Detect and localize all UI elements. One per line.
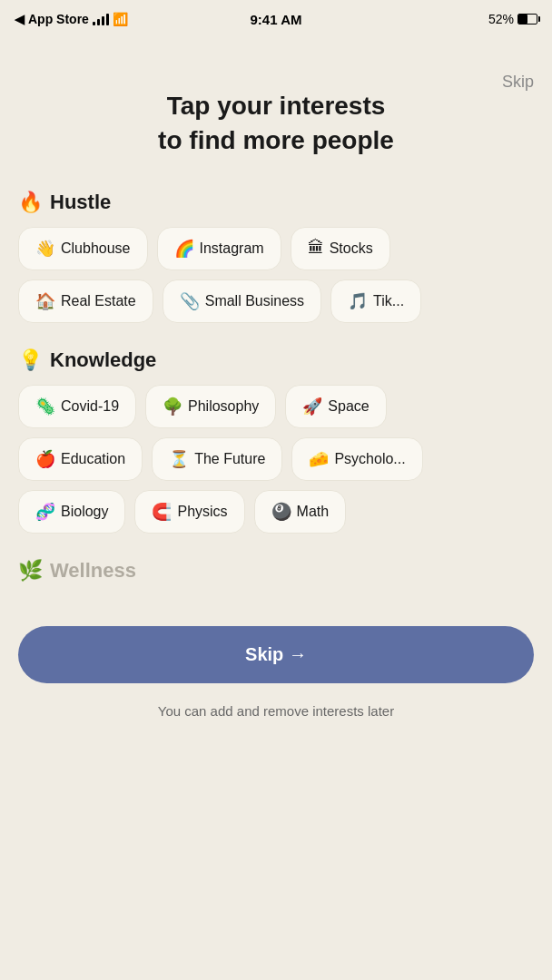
category-header-hustle: 🔥Hustle bbox=[18, 191, 534, 214]
signal-bars-icon bbox=[93, 14, 109, 25]
carrier-label: App Store bbox=[28, 12, 89, 26]
tag-label-Education: Education bbox=[61, 451, 125, 467]
tag-physics[interactable]: 🧲Physics bbox=[134, 490, 244, 534]
tag-emoji-Real Estate: 🏠 bbox=[35, 291, 55, 311]
main-content: Tap your intereststo find more people 🔥H… bbox=[0, 34, 552, 583]
tag-emoji-Covid-19: 🦠 bbox=[35, 397, 55, 416]
page-headline: Tap your intereststo find more people bbox=[18, 89, 534, 158]
status-left: ◀ App Store 📶 bbox=[15, 12, 128, 26]
tag-biology[interactable]: 🧬Biology bbox=[18, 490, 125, 534]
tag-the-future[interactable]: ⏳The Future bbox=[152, 437, 282, 481]
tag-label-Clubhouse: Clubhouse bbox=[61, 240, 131, 257]
category-emoji-hustle: 🔥 bbox=[18, 191, 43, 214]
tag-stocks[interactable]: 🏛Stocks bbox=[291, 227, 390, 270]
tag-label-Math: Math bbox=[297, 504, 330, 520]
tag-label-Tik...: Tik... bbox=[373, 293, 404, 309]
tags-row-knowledge-1: 🍎Education⏳The Future🧀Psycholo... bbox=[18, 437, 534, 481]
back-arrow-icon: ◀ bbox=[15, 12, 25, 26]
tag-label-Instagram: Instagram bbox=[200, 240, 264, 257]
status-right: 52% bbox=[488, 12, 537, 26]
tag-emoji-Instagram: 🌈 bbox=[174, 239, 194, 259]
tag-psycholo---[interactable]: 🧀Psycholo... bbox=[291, 437, 422, 481]
tag-clubhouse[interactable]: 👋Clubhouse bbox=[18, 227, 148, 270]
tag-emoji-Biology: 🧬 bbox=[35, 502, 55, 522]
tag-math[interactable]: 🎱Math bbox=[254, 490, 347, 534]
tag-label-Psycholo...: Psycholo... bbox=[334, 451, 405, 467]
battery-icon bbox=[518, 14, 537, 24]
tag-space[interactable]: 🚀Space bbox=[285, 385, 386, 428]
tag-philosophy[interactable]: 🌳Philosophy bbox=[145, 385, 276, 428]
status-time: 9:41 AM bbox=[251, 12, 302, 27]
tag-label-Philosophy: Philosophy bbox=[188, 398, 259, 415]
tag-real-estate[interactable]: 🏠Real Estate bbox=[18, 279, 153, 323]
tag-emoji-Physics: 🧲 bbox=[152, 502, 172, 522]
tag-instagram[interactable]: 🌈Instagram bbox=[157, 227, 281, 270]
tag-emoji-The Future: ⏳ bbox=[169, 449, 189, 469]
skip-top-button[interactable]: Skip bbox=[502, 73, 534, 92]
tag-covid-19[interactable]: 🦠Covid-19 bbox=[18, 385, 136, 428]
tag-small-business[interactable]: 📎Small Business bbox=[163, 279, 321, 323]
battery-percentage: 52% bbox=[488, 12, 514, 26]
category-hustle: 🔥Hustle👋Clubhouse🌈Instagram🏛Stocks🏠Real … bbox=[18, 191, 534, 323]
tag-label-Small Business: Small Business bbox=[205, 293, 304, 309]
tag-emoji-Space: 🚀 bbox=[302, 397, 322, 416]
tag-tik---[interactable]: 🎵Tik... bbox=[330, 279, 421, 323]
tag-label-Biology: Biology bbox=[61, 504, 108, 520]
tag-emoji-Stocks: 🏛 bbox=[308, 239, 324, 258]
tag-label-Covid-19: Covid-19 bbox=[61, 398, 119, 415]
categories-container: 🔥Hustle👋Clubhouse🌈Instagram🏛Stocks🏠Real … bbox=[18, 191, 534, 583]
category-title-hustle: Hustle bbox=[50, 191, 111, 214]
tag-emoji-Psycholo...: 🧀 bbox=[309, 449, 329, 469]
category-emoji-knowledge: 💡 bbox=[18, 348, 43, 372]
tags-row-knowledge-0: 🦠Covid-19🌳Philosophy🚀Space bbox=[18, 385, 534, 428]
status-bar: ◀ App Store 📶 9:41 AM 52% bbox=[0, 0, 552, 34]
category-wellness: 🌿Wellness bbox=[18, 559, 534, 583]
tags-row-hustle-1: 🏠Real Estate📎Small Business🎵Tik... bbox=[18, 279, 534, 323]
tag-label-Space: Space bbox=[328, 398, 369, 415]
skip-button[interactable]: Skip → bbox=[18, 626, 534, 683]
tag-label-Real Estate: Real Estate bbox=[61, 293, 136, 309]
tag-emoji-Math: 🎱 bbox=[271, 502, 291, 522]
category-knowledge: 💡Knowledge🦠Covid-19🌳Philosophy🚀Space🍎Edu… bbox=[18, 348, 534, 534]
tags-row-hustle-0: 👋Clubhouse🌈Instagram🏛Stocks bbox=[18, 227, 534, 270]
tag-education[interactable]: 🍎Education bbox=[18, 437, 143, 481]
skip-button-container: Skip → bbox=[0, 608, 552, 692]
tag-emoji-Tik...: 🎵 bbox=[348, 291, 368, 311]
tag-emoji-Small Business: 📎 bbox=[180, 291, 200, 311]
tag-label-The Future: The Future bbox=[194, 451, 265, 467]
category-title-knowledge: Knowledge bbox=[50, 348, 156, 372]
wifi-icon: 📶 bbox=[113, 12, 128, 26]
tag-emoji-Clubhouse: 👋 bbox=[35, 239, 55, 259]
category-header-knowledge: 💡Knowledge bbox=[18, 348, 534, 372]
tags-row-knowledge-2: 🧬Biology🧲Physics🎱Math bbox=[18, 490, 534, 534]
tag-label-Stocks: Stocks bbox=[330, 240, 373, 257]
tag-emoji-Education: 🍎 bbox=[35, 449, 55, 469]
category-title-wellness: Wellness bbox=[50, 559, 136, 583]
skip-button-label: Skip → bbox=[245, 644, 307, 665]
tag-emoji-Philosophy: 🌳 bbox=[163, 397, 182, 416]
tag-label-Physics: Physics bbox=[177, 504, 227, 520]
category-emoji-wellness: 🌿 bbox=[18, 559, 43, 583]
footnote-text: You can add and remove interests later bbox=[0, 692, 552, 737]
category-header-wellness: 🌿Wellness bbox=[18, 559, 534, 583]
